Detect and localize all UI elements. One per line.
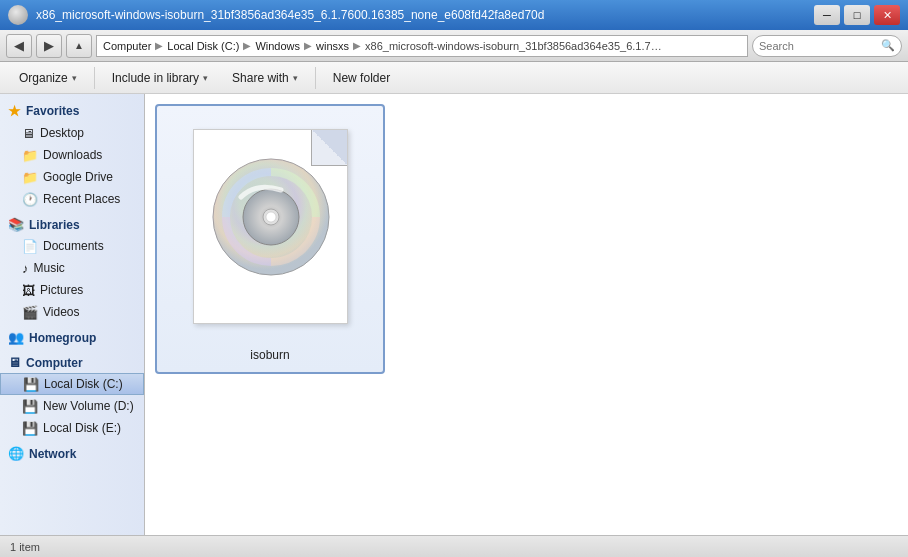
file-area[interactable]: isoburn [145,94,908,535]
local-disk-c-label: Local Disk (C:) [44,377,123,391]
sidebar-section-network: 🌐 Network [0,443,144,464]
recent-places-icon: 🕐 [22,192,38,207]
sidebar-item-new-volume-d[interactable]: 💾 New Volume (D:) [0,395,144,417]
videos-label: Videos [43,305,79,319]
network-icon: 🌐 [8,446,24,461]
downloads-label: Downloads [43,148,102,162]
share-with-button[interactable]: Share with ▾ [221,65,309,91]
minimize-button[interactable]: ─ [814,5,840,25]
documents-label: Documents [43,239,104,253]
sidebar-section-favorites: ★ Favorites 🖥 Desktop 📁 Downloads 📁 Goog… [0,100,144,210]
google-drive-label: Google Drive [43,170,113,184]
library-icon: 📚 [8,217,24,232]
title-bar: x86_microsoft-windows-isoburn_31bf3856ad… [0,0,908,30]
toolbar: Organize ▾ Include in library ▾ Share wi… [0,62,908,94]
window-icon [8,5,28,25]
share-with-label: Share with [232,71,289,85]
sidebar-header-libraries[interactable]: 📚 Libraries [0,214,144,235]
file-name-label: isoburn [250,348,289,362]
new-folder-label: New folder [333,71,390,85]
sidebar-item-recent-places[interactable]: 🕐 Recent Places [0,188,144,210]
sidebar-item-videos[interactable]: 🎬 Videos [0,301,144,323]
file-item-isoburn[interactable]: isoburn [155,104,385,374]
svg-point-4 [266,212,276,222]
documents-icon: 📄 [22,239,38,254]
libraries-label: Libraries [29,218,80,232]
network-label: Network [29,447,76,461]
sidebar-header-favorites[interactable]: ★ Favorites [0,100,144,122]
sidebar-section-computer: 🖥 Computer 💾 Local Disk (C:) 💾 New Volum… [0,352,144,439]
close-button[interactable]: ✕ [874,5,900,25]
desktop-icon: 🖥 [22,126,35,141]
desktop-label: Desktop [40,126,84,140]
address-bar: ◀ ▶ ▲ Computer ▶ Local Disk (C:) ▶ Windo… [0,30,908,62]
sidebar-header-network[interactable]: 🌐 Network [0,443,144,464]
search-box[interactable]: 🔍 [752,35,902,57]
main-content: ★ Favorites 🖥 Desktop 📁 Downloads 📁 Goog… [0,94,908,535]
sidebar-item-desktop[interactable]: 🖥 Desktop [0,122,144,144]
window-title: x86_microsoft-windows-isoburn_31bf3856ad… [36,8,544,22]
homegroup-icon: 👥 [8,330,24,345]
document-icon [193,129,348,324]
include-library-dropdown-icon: ▾ [203,73,208,83]
sidebar-section-homegroup: 👥 Homegroup [0,327,144,348]
back-button[interactable]: ◀ [6,34,32,58]
search-icon: 🔍 [881,39,895,52]
sidebar-header-homegroup[interactable]: 👥 Homegroup [0,327,144,348]
pictures-label: Pictures [40,283,83,297]
toolbar-separator-1 [94,67,95,89]
sidebar: ★ Favorites 🖥 Desktop 📁 Downloads 📁 Goog… [0,94,145,535]
include-library-label: Include in library [112,71,199,85]
toolbar-separator-2 [315,67,316,89]
homegroup-label: Homegroup [29,331,96,345]
file-thumbnail [180,116,360,336]
status-bar: 1 item [0,535,908,557]
window-controls: ─ □ ✕ [814,5,900,25]
star-icon: ★ [8,103,21,119]
sidebar-section-libraries: 📚 Libraries 📄 Documents ♪ Music 🖼 Pictur… [0,214,144,323]
favorites-label: Favorites [26,104,79,118]
path-segment-windows: Windows [255,40,300,52]
sidebar-item-google-drive[interactable]: 📁 Google Drive [0,166,144,188]
recent-places-label: Recent Places [43,192,120,206]
local-disk-e-icon: 💾 [22,421,38,436]
organize-button[interactable]: Organize ▾ [8,65,88,91]
organize-label: Organize [19,71,68,85]
path-segment-local-c: Local Disk (C:) [167,40,239,52]
local-disk-e-label: Local Disk (E:) [43,421,121,435]
new-volume-d-label: New Volume (D:) [43,399,134,413]
music-icon: ♪ [22,261,29,276]
local-disk-c-icon: 💾 [23,377,39,392]
computer-icon: 🖥 [8,355,21,370]
new-folder-button[interactable]: New folder [322,65,401,91]
share-with-dropdown-icon: ▾ [293,73,298,83]
include-library-button[interactable]: Include in library ▾ [101,65,219,91]
path-segment-winsxs: winsxs [316,40,349,52]
item-count: 1 item [10,541,40,553]
up-button[interactable]: ▲ [66,34,92,58]
new-volume-d-icon: 💾 [22,399,38,414]
google-drive-icon: 📁 [22,170,38,185]
maximize-button[interactable]: □ [844,5,870,25]
sidebar-item-local-disk-e[interactable]: 💾 Local Disk (E:) [0,417,144,439]
disc-svg [206,152,336,282]
path-segment-folder: x86_microsoft-windows-isoburn_31bf3856ad… [365,40,665,52]
sidebar-item-music[interactable]: ♪ Music [0,257,144,279]
computer-label: Computer [26,356,83,370]
forward-button[interactable]: ▶ [36,34,62,58]
search-input[interactable] [759,40,881,52]
address-path[interactable]: Computer ▶ Local Disk (C:) ▶ Windows ▶ w… [96,35,748,57]
downloads-icon: 📁 [22,148,38,163]
sidebar-item-downloads[interactable]: 📁 Downloads [0,144,144,166]
organize-dropdown-icon: ▾ [72,73,77,83]
sidebar-item-local-disk-c[interactable]: 💾 Local Disk (C:) [0,373,144,395]
sidebar-item-documents[interactable]: 📄 Documents [0,235,144,257]
music-label: Music [34,261,65,275]
videos-icon: 🎬 [22,305,38,320]
sidebar-header-computer[interactable]: 🖥 Computer [0,352,144,373]
pictures-icon: 🖼 [22,283,35,298]
path-segment-computer: Computer [103,40,151,52]
sidebar-item-pictures[interactable]: 🖼 Pictures [0,279,144,301]
